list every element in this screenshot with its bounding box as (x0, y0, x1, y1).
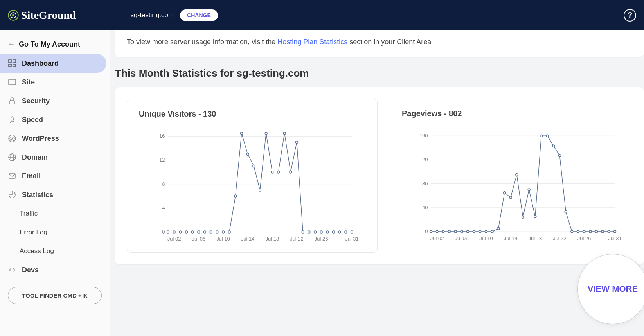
svg-point-102 (552, 145, 555, 147)
svg-rect-3 (9, 60, 11, 63)
sidebar-sub-accesslog[interactable]: Access Log (0, 242, 110, 261)
sidebar-sub-traffic[interactable]: Traffic (0, 204, 110, 223)
svg-text:Jul 10: Jul 10 (479, 235, 493, 241)
svg-text:Jul 14: Jul 14 (241, 236, 255, 242)
tool-finder-button[interactable]: TOOL FINDER CMD + K (8, 287, 102, 304)
svg-point-89 (473, 230, 475, 233)
pageviews-chart: 04080120160Jul 02Jul 06Jul 10Jul 14Jul 1… (402, 126, 632, 243)
svg-text:Jul 06: Jul 06 (455, 235, 468, 241)
svg-point-41 (216, 231, 218, 233)
sidebar-item-security[interactable]: Security (0, 92, 110, 110)
svg-point-94 (504, 192, 506, 194)
sidebar-item-label: Security (22, 97, 50, 105)
svg-point-37 (191, 231, 194, 233)
change-domain-button[interactable]: CHANGE (180, 9, 218, 21)
svg-point-47 (253, 165, 255, 167)
svg-point-58 (320, 231, 322, 233)
svg-text:4: 4 (162, 205, 165, 211)
chart-title: Pageviews - 802 (402, 109, 632, 118)
svg-point-42 (222, 231, 225, 233)
back-to-account-link[interactable]: ← Go To My Account (0, 35, 110, 54)
sidebar-item-label: Devs (22, 266, 39, 274)
svg-text:0: 0 (425, 228, 428, 234)
svg-point-92 (491, 230, 493, 233)
svg-text:Jul 06: Jul 06 (192, 236, 205, 242)
domain-area: sg-testing.com CHANGE (131, 9, 218, 21)
sidebar-item-label: Statistics (22, 191, 53, 199)
sidebar-item-label: Speed (22, 116, 43, 124)
svg-point-100 (540, 135, 543, 137)
svg-point-40 (210, 231, 212, 233)
svg-point-43 (228, 231, 230, 233)
svg-point-84 (442, 230, 444, 233)
charts-card: Unique Visitors - 130 0481216Jul 02Jul 0… (115, 87, 644, 264)
sidebar-item-email[interactable]: Email (0, 167, 110, 185)
svg-point-54 (296, 141, 298, 144)
sidebar-item-domain[interactable]: Domain (0, 148, 110, 167)
svg-text:Jul 26: Jul 26 (577, 235, 591, 241)
svg-text:12: 12 (159, 157, 165, 163)
svg-point-38 (198, 231, 200, 233)
svg-point-112 (614, 230, 616, 233)
sidebar: ← Go To My Account Dashboard Site Securi… (0, 30, 110, 336)
unique-visitors-chart: 0481216Jul 02Jul 06Jul 10Jul 14Jul 18Jul… (139, 126, 369, 244)
svg-point-48 (259, 189, 261, 191)
svg-point-56 (308, 231, 310, 233)
svg-text:Jul 31: Jul 31 (608, 235, 622, 241)
svg-point-104 (565, 211, 567, 213)
pageviews-chart-box: Pageviews - 802 04080120160Jul 02Jul 06J… (390, 99, 632, 253)
hosting-plan-stats-link[interactable]: Hosting Plan Statistics (277, 38, 347, 46)
siteground-icon (8, 10, 19, 21)
svg-point-55 (302, 231, 304, 233)
main-content: To view more server usage information, v… (110, 30, 644, 336)
svg-point-105 (571, 230, 573, 233)
svg-text:Jul 18: Jul 18 (528, 235, 542, 241)
svg-point-108 (589, 230, 592, 233)
svg-point-35 (179, 231, 182, 233)
sidebar-sub-errorlog[interactable]: Error Log (0, 223, 110, 242)
svg-point-87 (461, 230, 463, 233)
sidebar-item-label: Site (22, 78, 35, 86)
sidebar-item-devs[interactable]: Devs (0, 261, 110, 279)
svg-text:8: 8 (162, 181, 165, 187)
unique-visitors-chart-box: Unique Visitors - 130 0481216Jul 02Jul 0… (127, 99, 378, 253)
svg-point-36 (185, 231, 188, 233)
svg-point-90 (479, 230, 481, 233)
code-icon (8, 266, 16, 274)
arrow-left-icon: ← (8, 40, 15, 49)
svg-text:Jul 18: Jul 18 (265, 236, 279, 242)
svg-point-57 (314, 231, 317, 233)
svg-point-101 (546, 135, 549, 137)
sidebar-item-dashboard[interactable]: Dashboard (0, 54, 106, 73)
svg-text:Jul 22: Jul 22 (290, 236, 304, 242)
rocket-icon (8, 115, 16, 124)
svg-point-98 (528, 189, 530, 191)
svg-point-85 (448, 230, 451, 233)
svg-text:160: 160 (419, 133, 428, 138)
svg-rect-5 (9, 64, 11, 67)
svg-text:Jul 02: Jul 02 (430, 235, 444, 241)
svg-point-86 (454, 230, 457, 233)
svg-point-103 (559, 155, 561, 157)
sidebar-item-statistics[interactable]: Statistics (0, 185, 110, 204)
sidebar-item-speed[interactable]: Speed (0, 110, 110, 129)
lock-icon (8, 97, 16, 105)
sidebar-item-wordpress[interactable]: WordPress (0, 129, 110, 148)
sidebar-item-site[interactable]: Site (0, 73, 110, 92)
svg-point-96 (516, 174, 518, 176)
sidebar-item-label: Domain (22, 153, 48, 162)
chart-title: Unique Visitors - 130 (139, 110, 369, 119)
svg-point-33 (167, 231, 169, 233)
svg-text:Jul 31: Jul 31 (345, 236, 359, 242)
sidebar-item-label: Dashboard (22, 59, 59, 68)
help-icon[interactable]: ? (624, 9, 636, 22)
brand-logo[interactable]: SiteGround (8, 9, 76, 22)
svg-point-34 (173, 231, 175, 233)
svg-text:Jul 22: Jul 22 (553, 235, 567, 241)
svg-point-110 (601, 230, 604, 233)
svg-rect-14 (9, 174, 15, 178)
globe-icon (8, 153, 16, 162)
svg-point-82 (430, 230, 432, 233)
view-more-button[interactable]: VIEW MORE (577, 254, 644, 324)
info-card: To view more server usage information, v… (115, 30, 644, 57)
